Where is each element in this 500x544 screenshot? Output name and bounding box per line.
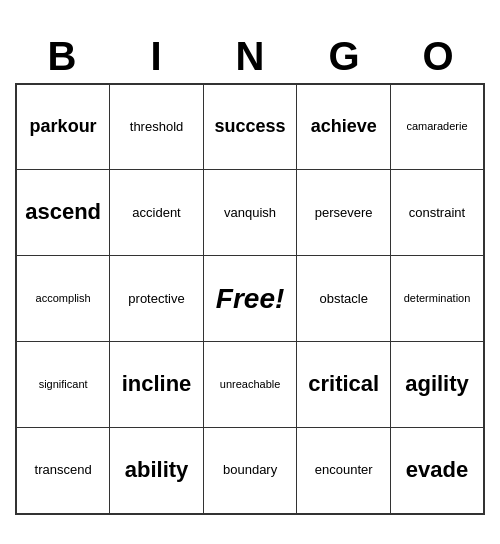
cell-label: persevere [301, 205, 386, 221]
bingo-cell: accident [110, 170, 204, 256]
bingo-cell: persevere [297, 170, 391, 256]
cell-label: success [208, 116, 293, 138]
bingo-cell: threshold [110, 84, 204, 170]
cell-label: critical [301, 371, 386, 397]
bingo-letter: I [109, 30, 203, 83]
cell-label: ability [114, 457, 199, 483]
bingo-cell: transcend [16, 428, 110, 514]
bingo-letter: B [15, 30, 109, 83]
cell-label: evade [395, 457, 479, 483]
cell-label: threshold [114, 119, 199, 135]
table-row: transcendabilityboundaryencounterevade [16, 428, 484, 514]
bingo-letter: G [297, 30, 391, 83]
cell-label: incline [114, 371, 199, 397]
cell-label: Free! [208, 282, 293, 316]
table-row: parkourthresholdsuccessachievecamaraderi… [16, 84, 484, 170]
bingo-cell: ascend [16, 170, 110, 256]
bingo-cell: significant [16, 342, 110, 428]
bingo-letter: N [203, 30, 297, 83]
table-row: significantinclineunreachablecriticalagi… [16, 342, 484, 428]
table-row: ascendaccidentvanquishpersevereconstrain… [16, 170, 484, 256]
cell-label: protective [114, 291, 199, 307]
bingo-cell: encounter [297, 428, 391, 514]
cell-label: accomplish [21, 292, 105, 305]
cell-label: unreachable [208, 378, 293, 391]
cell-label: determination [395, 292, 479, 305]
bingo-cell: achieve [297, 84, 391, 170]
bingo-cell: parkour [16, 84, 110, 170]
cell-label: constraint [395, 205, 479, 221]
table-row: accomplishprotectiveFree!obstacledetermi… [16, 256, 484, 342]
bingo-cell: agility [390, 342, 484, 428]
bingo-grid: parkourthresholdsuccessachievecamaraderi… [15, 83, 485, 515]
cell-label: boundary [208, 462, 293, 478]
cell-label: achieve [301, 116, 386, 138]
bingo-cell: determination [390, 256, 484, 342]
cell-label: parkour [21, 116, 105, 138]
cell-label: obstacle [301, 291, 386, 307]
cell-label: accident [114, 205, 199, 221]
bingo-cell: vanquish [203, 170, 297, 256]
bingo-cell: boundary [203, 428, 297, 514]
bingo-cell: obstacle [297, 256, 391, 342]
bingo-cell: accomplish [16, 256, 110, 342]
bingo-cell: success [203, 84, 297, 170]
cell-label: vanquish [208, 205, 293, 221]
cell-label: camaraderie [395, 120, 479, 133]
bingo-cell: camaraderie [390, 84, 484, 170]
bingo-cell: incline [110, 342, 204, 428]
cell-label: ascend [21, 199, 105, 225]
cell-label: encounter [301, 462, 386, 478]
bingo-cell: critical [297, 342, 391, 428]
bingo-cell: evade [390, 428, 484, 514]
bingo-letter: O [391, 30, 485, 83]
bingo-cell: Free! [203, 256, 297, 342]
bingo-cell: ability [110, 428, 204, 514]
cell-label: agility [395, 371, 479, 397]
cell-label: significant [21, 378, 105, 391]
bingo-cell: constraint [390, 170, 484, 256]
cell-label: transcend [21, 462, 105, 478]
bingo-cell: protective [110, 256, 204, 342]
bingo-cell: unreachable [203, 342, 297, 428]
